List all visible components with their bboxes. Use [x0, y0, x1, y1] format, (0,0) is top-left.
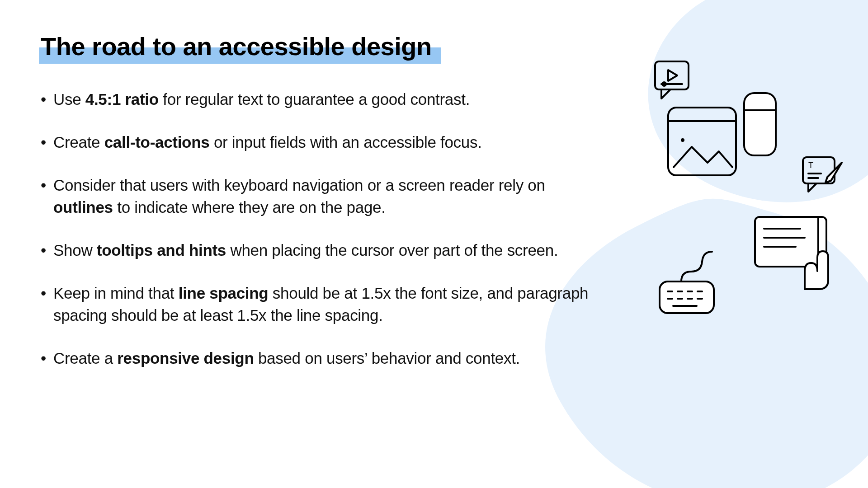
- bullet-text-bold: call-to-actions: [104, 133, 210, 151]
- bullet-list: Use 4.5:1 ratio for regular text to guar…: [41, 88, 597, 369]
- svg-point-2: [662, 82, 666, 86]
- keyboard-icon: [653, 246, 735, 319]
- svg-rect-12: [755, 217, 826, 267]
- bullet-item: Keep in mind that line spacing should be…: [41, 282, 597, 326]
- touch-document-icon: [750, 212, 836, 294]
- bullet-text-pre: Show: [53, 241, 97, 259]
- bullet-item: Use 4.5:1 ratio for regular text to guar…: [41, 88, 597, 110]
- bullet-text-bold: outlines: [53, 198, 113, 216]
- slide: The road to an accessible design Use 4.5…: [0, 0, 868, 488]
- svg-rect-17: [660, 282, 714, 313]
- text-edit-bubble-icon: T: [800, 155, 845, 195]
- bullet-text-pre: Keep in mind that: [53, 284, 179, 302]
- bullet-item: Create call-to-actions or input fields w…: [41, 131, 597, 153]
- svg-rect-6: [744, 93, 776, 155]
- bullet-text-bold: tooltips and hints: [97, 241, 226, 259]
- svg-rect-3: [668, 108, 736, 175]
- svg-text:T: T: [808, 161, 813, 170]
- bullet-text-post: based on users’ behavior and context.: [254, 349, 520, 367]
- bullet-text-post: or input fields with an accessible focus…: [209, 133, 481, 151]
- bullet-text-post: for regular text to guarantee a good con…: [159, 90, 470, 108]
- slide-title: The road to an accessible design: [41, 32, 432, 61]
- content-area: The road to an accessible design Use 4.5…: [0, 0, 868, 369]
- phone-icon: [741, 90, 778, 158]
- bullet-text-pre: Create a: [53, 349, 117, 367]
- bullet-text-bold: 4.5:1 ratio: [85, 90, 159, 108]
- bullet-text-post: when placing the cursor over part of the…: [226, 241, 558, 259]
- bullet-text-pre: Create: [53, 133, 104, 151]
- bullet-text-post: to indicate where they are on the page.: [113, 198, 386, 216]
- svg-rect-0: [655, 61, 689, 89]
- title-wrap: The road to an accessible design: [41, 32, 432, 61]
- bullet-item: Consider that users with keyboard naviga…: [41, 174, 597, 218]
- bullet-item: Create a responsive design based on user…: [41, 347, 597, 369]
- bullet-text-pre: Consider that users with keyboard naviga…: [53, 176, 545, 194]
- svg-point-5: [681, 138, 684, 142]
- bullet-text-pre: Use: [53, 90, 85, 108]
- bullet-text-bold: responsive design: [117, 349, 254, 367]
- bullet-item: Show tooltips and hints when placing the…: [41, 239, 597, 261]
- bullet-text-bold: line spacing: [179, 284, 269, 302]
